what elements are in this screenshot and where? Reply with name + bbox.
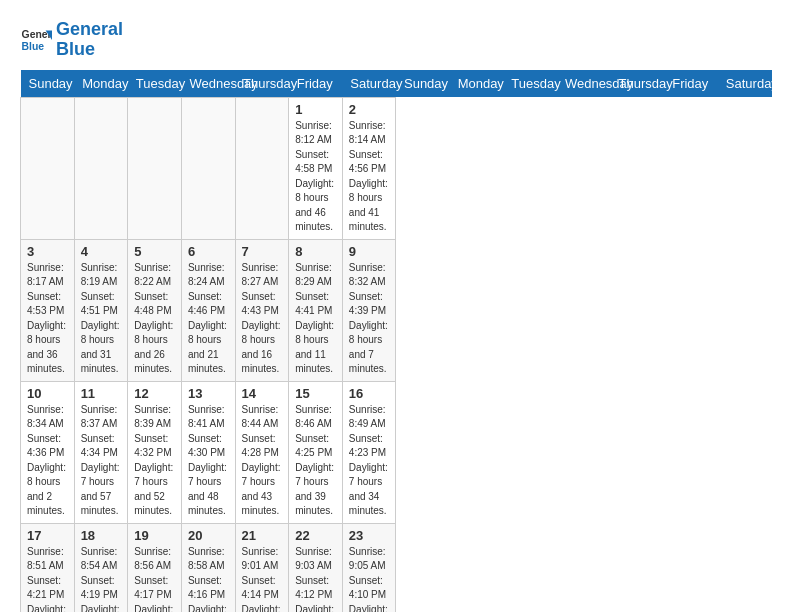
day-number: 17 (27, 528, 68, 543)
day-number: 2 (349, 102, 390, 117)
day-info: Sunrise: 8:49 AM Sunset: 4:23 PM Dayligh… (349, 403, 390, 519)
day-info: Sunrise: 8:19 AM Sunset: 4:51 PM Dayligh… (81, 261, 122, 377)
day-number: 15 (295, 386, 336, 401)
day-info: Sunrise: 8:46 AM Sunset: 4:25 PM Dayligh… (295, 403, 336, 519)
day-info: Sunrise: 8:12 AM Sunset: 4:58 PM Dayligh… (295, 119, 336, 235)
calendar-cell: 11Sunrise: 8:37 AM Sunset: 4:34 PM Dayli… (74, 381, 128, 523)
calendar-table: SundayMondayTuesdayWednesdayThursdayFrid… (20, 70, 772, 612)
day-info: Sunrise: 8:54 AM Sunset: 4:19 PM Dayligh… (81, 545, 122, 612)
day-info: Sunrise: 8:41 AM Sunset: 4:30 PM Dayligh… (188, 403, 229, 519)
day-info: Sunrise: 9:03 AM Sunset: 4:12 PM Dayligh… (295, 545, 336, 612)
calendar-cell (21, 97, 75, 239)
col-header-tuesday: Tuesday (503, 70, 557, 98)
calendar-cell: 2Sunrise: 8:14 AM Sunset: 4:56 PM Daylig… (342, 97, 396, 239)
calendar-cell: 17Sunrise: 8:51 AM Sunset: 4:21 PM Dayli… (21, 523, 75, 612)
day-number: 14 (242, 386, 283, 401)
day-info: Sunrise: 8:51 AM Sunset: 4:21 PM Dayligh… (27, 545, 68, 612)
col-header-friday: Friday (664, 70, 718, 98)
day-number: 9 (349, 244, 390, 259)
day-number: 19 (134, 528, 175, 543)
day-number: 23 (349, 528, 390, 543)
calendar-cell: 8Sunrise: 8:29 AM Sunset: 4:41 PM Daylig… (289, 239, 343, 381)
calendar-cell: 20Sunrise: 8:58 AM Sunset: 4:16 PM Dayli… (181, 523, 235, 612)
day-number: 22 (295, 528, 336, 543)
col-header-monday: Monday (450, 70, 504, 98)
day-info: Sunrise: 8:24 AM Sunset: 4:46 PM Dayligh… (188, 261, 229, 377)
day-info: Sunrise: 8:32 AM Sunset: 4:39 PM Dayligh… (349, 261, 390, 377)
header-saturday: Saturday (342, 70, 396, 98)
day-number: 11 (81, 386, 122, 401)
day-number: 1 (295, 102, 336, 117)
col-header-thursday: Thursday (611, 70, 665, 98)
logo-icon: General Blue (20, 24, 52, 56)
day-info: Sunrise: 8:44 AM Sunset: 4:28 PM Dayligh… (242, 403, 283, 519)
calendar-cell: 23Sunrise: 9:05 AM Sunset: 4:10 PM Dayli… (342, 523, 396, 612)
col-header-wednesday: Wednesday (557, 70, 611, 98)
day-number: 3 (27, 244, 68, 259)
calendar-cell: 22Sunrise: 9:03 AM Sunset: 4:12 PM Dayli… (289, 523, 343, 612)
calendar-cell: 16Sunrise: 8:49 AM Sunset: 4:23 PM Dayli… (342, 381, 396, 523)
calendar-header-row: SundayMondayTuesdayWednesdayThursdayFrid… (21, 70, 772, 98)
day-number: 21 (242, 528, 283, 543)
day-info: Sunrise: 8:34 AM Sunset: 4:36 PM Dayligh… (27, 403, 68, 519)
calendar-cell: 10Sunrise: 8:34 AM Sunset: 4:36 PM Dayli… (21, 381, 75, 523)
header-sunday: Sunday (21, 70, 75, 98)
calendar-cell: 14Sunrise: 8:44 AM Sunset: 4:28 PM Dayli… (235, 381, 289, 523)
day-number: 8 (295, 244, 336, 259)
col-header-saturday: Saturday (718, 70, 772, 98)
day-number: 20 (188, 528, 229, 543)
day-info: Sunrise: 9:05 AM Sunset: 4:10 PM Dayligh… (349, 545, 390, 612)
calendar-cell: 13Sunrise: 8:41 AM Sunset: 4:30 PM Dayli… (181, 381, 235, 523)
calendar-cell (235, 97, 289, 239)
week-row-2: 3Sunrise: 8:17 AM Sunset: 4:53 PM Daylig… (21, 239, 772, 381)
calendar-cell: 18Sunrise: 8:54 AM Sunset: 4:19 PM Dayli… (74, 523, 128, 612)
day-number: 4 (81, 244, 122, 259)
header-thursday: Thursday (235, 70, 289, 98)
day-info: Sunrise: 8:14 AM Sunset: 4:56 PM Dayligh… (349, 119, 390, 235)
calendar-cell: 4Sunrise: 8:19 AM Sunset: 4:51 PM Daylig… (74, 239, 128, 381)
calendar-cell (128, 97, 182, 239)
day-info: Sunrise: 9:01 AM Sunset: 4:14 PM Dayligh… (242, 545, 283, 612)
calendar-cell: 19Sunrise: 8:56 AM Sunset: 4:17 PM Dayli… (128, 523, 182, 612)
day-info: Sunrise: 8:39 AM Sunset: 4:32 PM Dayligh… (134, 403, 175, 519)
header-tuesday: Tuesday (128, 70, 182, 98)
week-row-3: 10Sunrise: 8:34 AM Sunset: 4:36 PM Dayli… (21, 381, 772, 523)
week-row-4: 17Sunrise: 8:51 AM Sunset: 4:21 PM Dayli… (21, 523, 772, 612)
svg-text:Blue: Blue (22, 40, 45, 51)
header-friday: Friday (289, 70, 343, 98)
day-number: 6 (188, 244, 229, 259)
week-row-1: 1Sunrise: 8:12 AM Sunset: 4:58 PM Daylig… (21, 97, 772, 239)
day-number: 13 (188, 386, 229, 401)
day-number: 10 (27, 386, 68, 401)
calendar-cell (74, 97, 128, 239)
logo-text: GeneralBlue (56, 20, 123, 60)
calendar-cell: 21Sunrise: 9:01 AM Sunset: 4:14 PM Dayli… (235, 523, 289, 612)
calendar-cell (181, 97, 235, 239)
header-wednesday: Wednesday (181, 70, 235, 98)
day-number: 5 (134, 244, 175, 259)
day-info: Sunrise: 8:27 AM Sunset: 4:43 PM Dayligh… (242, 261, 283, 377)
day-info: Sunrise: 8:29 AM Sunset: 4:41 PM Dayligh… (295, 261, 336, 377)
day-number: 12 (134, 386, 175, 401)
calendar-cell: 15Sunrise: 8:46 AM Sunset: 4:25 PM Dayli… (289, 381, 343, 523)
calendar-cell: 5Sunrise: 8:22 AM Sunset: 4:48 PM Daylig… (128, 239, 182, 381)
day-info: Sunrise: 8:22 AM Sunset: 4:48 PM Dayligh… (134, 261, 175, 377)
day-info: Sunrise: 8:37 AM Sunset: 4:34 PM Dayligh… (81, 403, 122, 519)
day-number: 18 (81, 528, 122, 543)
calendar-cell: 1Sunrise: 8:12 AM Sunset: 4:58 PM Daylig… (289, 97, 343, 239)
day-info: Sunrise: 8:17 AM Sunset: 4:53 PM Dayligh… (27, 261, 68, 377)
logo: General Blue GeneralBlue (20, 20, 123, 60)
calendar-cell: 7Sunrise: 8:27 AM Sunset: 4:43 PM Daylig… (235, 239, 289, 381)
header-monday: Monday (74, 70, 128, 98)
day-number: 7 (242, 244, 283, 259)
calendar-cell: 12Sunrise: 8:39 AM Sunset: 4:32 PM Dayli… (128, 381, 182, 523)
calendar-cell: 6Sunrise: 8:24 AM Sunset: 4:46 PM Daylig… (181, 239, 235, 381)
day-info: Sunrise: 8:58 AM Sunset: 4:16 PM Dayligh… (188, 545, 229, 612)
calendar-cell: 3Sunrise: 8:17 AM Sunset: 4:53 PM Daylig… (21, 239, 75, 381)
day-number: 16 (349, 386, 390, 401)
calendar-cell: 9Sunrise: 8:32 AM Sunset: 4:39 PM Daylig… (342, 239, 396, 381)
day-info: Sunrise: 8:56 AM Sunset: 4:17 PM Dayligh… (134, 545, 175, 612)
col-header-sunday: Sunday (396, 70, 450, 98)
page-header: General Blue GeneralBlue (20, 20, 772, 60)
